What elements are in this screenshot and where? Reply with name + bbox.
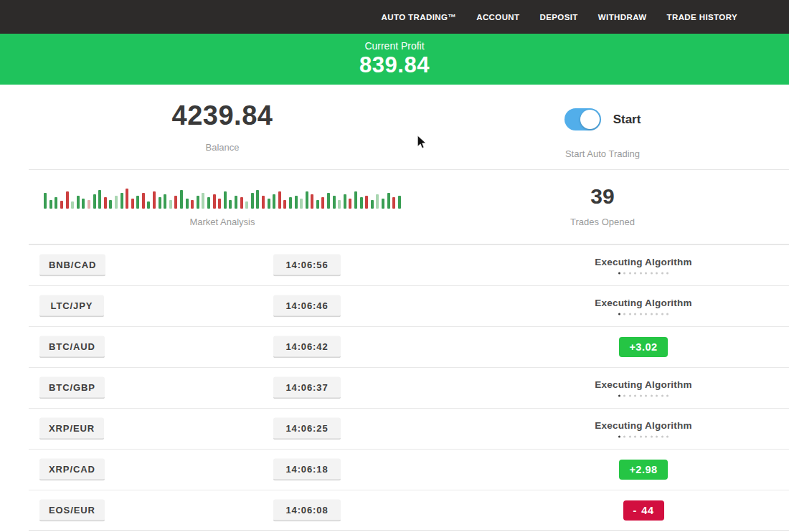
current-profit-value: 839.84: [359, 52, 430, 78]
toggle-knob[interactable]: [580, 110, 600, 129]
market-bar: [256, 190, 259, 209]
profit-badge: +3.02: [619, 337, 667, 357]
pair-chip: XRP/EUR: [39, 417, 104, 440]
nav-item-trade-history[interactable]: TRADE HISTORY: [667, 13, 738, 22]
progress-dot: [666, 272, 668, 274]
market-bar: [224, 191, 227, 209]
progress-dot: [618, 313, 620, 315]
market-bar: [245, 201, 248, 209]
market-bar: [60, 201, 63, 209]
market-bar: [88, 200, 90, 209]
market-bar: [213, 194, 216, 209]
current-profit-banner: Current Profit 839.84: [0, 34, 789, 85]
balance-cell: 4239.84 Balance: [29, 85, 416, 170]
time-chip: 14:06:18: [273, 458, 341, 480]
market-bar: [207, 197, 210, 209]
market-bar: [240, 197, 243, 209]
progress-dot: [666, 394, 668, 396]
market-bar: [289, 197, 292, 209]
trade-status: Executing Algorithm: [586, 419, 701, 437]
time-chip: 14:06:56: [273, 254, 341, 276]
progress-dot: [656, 435, 658, 437]
progress-dots: [586, 394, 701, 396]
market-bar: [55, 197, 57, 209]
nav-item-auto-trading[interactable]: AUTO TRADING™: [382, 13, 457, 22]
market-bar: [82, 199, 85, 209]
progress-dot: [661, 394, 663, 396]
badge-sign: +: [629, 464, 636, 475]
progress-dot: [656, 272, 658, 274]
progress-dot: [618, 394, 620, 396]
market-bar: [153, 191, 156, 209]
market-bar: [387, 193, 390, 209]
progress-dot: [623, 313, 625, 315]
market-bar: [159, 197, 161, 209]
market-bar: [115, 196, 118, 209]
progress-dot: [645, 435, 647, 437]
trade-status: +3.02: [586, 337, 701, 357]
market-analysis-chart: [44, 187, 401, 209]
market-bar: [327, 193, 330, 209]
market-bar: [147, 201, 150, 209]
progress-dot: [645, 313, 647, 315]
market-bar: [321, 197, 324, 209]
progress-dot: [640, 435, 642, 437]
market-bar: [382, 199, 384, 209]
time-chip: 14:06:08: [273, 499, 341, 521]
trades-list: BNB/CAD 14:06:56 Executing Algorithm LTC…: [0, 244, 789, 531]
pair-chip: LTC/JPY: [39, 295, 104, 317]
progress-dot: [661, 313, 663, 315]
market-bar: [49, 200, 52, 209]
market-bar: [191, 200, 194, 209]
market-bar: [300, 199, 303, 209]
pair-chip: BNB/CAD: [39, 254, 105, 276]
market-bar: [273, 194, 275, 209]
progress-dots: [586, 272, 701, 274]
progress-dot: [656, 394, 658, 396]
nav-item-deposit[interactable]: DEPOSIT: [540, 13, 578, 22]
current-profit-label: Current Profit: [364, 40, 424, 52]
progress-dot: [623, 435, 625, 437]
nav-item-withdraw[interactable]: WITHDRAW: [598, 13, 647, 22]
balance-value: 4239.84: [172, 100, 273, 131]
market-bar: [197, 196, 199, 209]
market-bar: [338, 200, 341, 209]
market-bar: [131, 199, 134, 209]
market-bar: [93, 194, 96, 209]
progress-dot: [629, 272, 631, 274]
progress-dot: [634, 394, 636, 396]
market-bar: [392, 197, 395, 209]
pair-chip: EOS/EUR: [39, 499, 105, 521]
market-bar: [71, 201, 74, 209]
market-bar: [174, 196, 177, 209]
auto-trading-cell: Start Start Auto Trading: [416, 85, 789, 170]
market-bar: [268, 199, 270, 209]
time-chip: 14:06:37: [273, 376, 341, 399]
trade-row: XRP/CAD 14:06:18 +2.98: [0, 449, 789, 490]
badge-amount: 3.02: [636, 341, 657, 353]
market-bar: [202, 193, 204, 209]
market-bar: [262, 196, 265, 209]
nav-item-account[interactable]: ACCOUNT: [476, 13, 519, 22]
progress-dot: [666, 435, 668, 437]
progress-dot: [645, 272, 647, 274]
auto-trading-toggle[interactable]: [564, 108, 601, 130]
start-auto-trading-label: Start Auto Trading: [565, 148, 640, 159]
market-bar: [136, 196, 139, 209]
loss-badge: -44: [623, 500, 664, 521]
market-bar: [180, 190, 183, 209]
market-bar: [376, 194, 379, 209]
progress-dot: [629, 435, 631, 437]
progress-dot: [666, 313, 668, 315]
progress-dot: [661, 435, 663, 437]
market-bar: [344, 194, 346, 209]
market-bar: [98, 190, 101, 209]
progress-dot: [661, 272, 663, 274]
time-chip: 14:06:25: [273, 417, 341, 440]
badge-sign: -: [633, 505, 637, 516]
executing-algorithm-label: Executing Algorithm: [586, 379, 701, 389]
market-bar: [142, 193, 145, 209]
market-bar: [306, 191, 308, 209]
progress-dot: [640, 272, 642, 274]
market-bar: [251, 193, 254, 209]
